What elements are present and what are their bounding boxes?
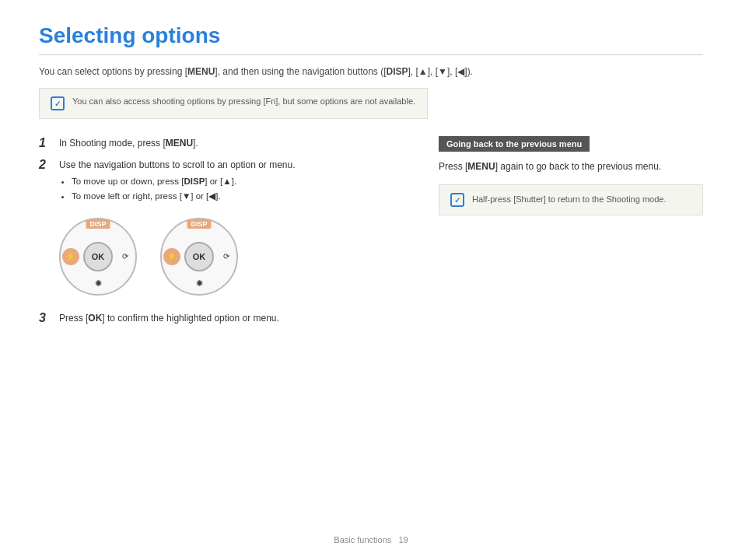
dial-2-center: OK xyxy=(184,242,214,271)
dial-1: DISP ⚡ ⟳ ✺ OK xyxy=(59,218,137,296)
footer: Basic functions 19 xyxy=(0,535,742,544)
step-2-bullets: To move up or down, press [DISP] or [▲].… xyxy=(59,175,296,204)
subtitle-text: You can select options by pressing [MENU… xyxy=(39,66,703,77)
dial-1-right: ⟳ xyxy=(117,248,134,265)
step-1: 1 In Shooting mode, press [MENU]. xyxy=(39,136,408,150)
dial-1-left: ⚡ xyxy=(62,248,79,265)
left-column: 1 In Shooting mode, press [MENU]. 2 Use … xyxy=(39,136,408,333)
dial-1-center: OK xyxy=(83,242,113,271)
step-1-content: In Shooting mode, press [MENU]. xyxy=(59,136,198,150)
step-3-num: 3 xyxy=(39,311,53,325)
info-icon xyxy=(51,96,65,110)
dial-1-disp: DISP xyxy=(86,219,110,229)
page: Selecting options You can select options… xyxy=(0,0,742,560)
top-info-text: You can also access shooting options by … xyxy=(72,96,415,106)
sidebar-heading: Going back to the previous menu xyxy=(439,136,590,152)
bullet-1: To move up or down, press [DISP] or [▲]. xyxy=(72,175,296,188)
step-2-content: Use the navigation buttons to scroll to … xyxy=(59,158,296,205)
two-col-layout: 1 In Shooting mode, press [MENU]. 2 Use … xyxy=(39,136,703,333)
dial-diagrams: DISP ⚡ ⟳ ✺ OK DISP ⚡ ⟳ xyxy=(59,218,408,296)
step-3-content: Press [OK] to confirm the highlighted op… xyxy=(59,311,279,325)
footer-page-num: 19 xyxy=(398,535,408,544)
sidebar-info-text: Half-press [Shutter] to return to the Sh… xyxy=(472,193,666,206)
step-2: 2 Use the navigation buttons to scroll t… xyxy=(39,158,408,205)
sidebar-info-icon xyxy=(450,193,464,207)
dial-1-bottom: ✺ xyxy=(89,275,107,292)
menu-key: MENU xyxy=(187,66,215,77)
footer-text: Basic functions xyxy=(334,535,391,544)
dial-2-bottom: ✺ xyxy=(191,275,208,292)
dial-2: DISP ⚡ ⟳ ✺ OK xyxy=(160,218,238,296)
dial-2-left: ⚡ xyxy=(163,248,180,265)
page-title: Selecting options xyxy=(39,23,703,55)
dial-2-right: ⟳ xyxy=(218,248,235,265)
step-2-num: 2 xyxy=(39,158,53,172)
step-1-num: 1 xyxy=(39,136,53,150)
sidebar-info-box: Half-press [Shutter] to return to the Sh… xyxy=(439,184,703,215)
right-column: Going back to the previous menu Press [M… xyxy=(439,136,703,333)
top-info-box: You can also access shooting options by … xyxy=(39,88,428,119)
dial-2-disp: DISP xyxy=(187,219,211,229)
step-3: 3 Press [OK] to confirm the highlighted … xyxy=(39,311,408,325)
sidebar-text: Press [MENU] again to go back to the pre… xyxy=(439,159,703,173)
bullet-2: To move left or right, press [▼] or [◀]. xyxy=(72,190,296,203)
